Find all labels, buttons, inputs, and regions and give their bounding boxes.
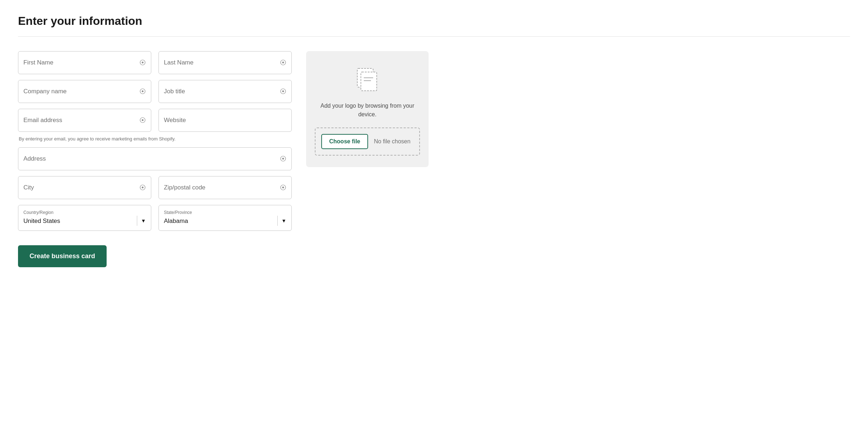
state-select-row: Alabama Alaska Arizona California New Yo… xyxy=(164,216,286,226)
email-wrapper: ⦿ xyxy=(18,109,151,132)
last-name-icon: ⦿ xyxy=(280,59,286,67)
city-icon: ⦿ xyxy=(139,184,146,192)
zip-icon: ⦿ xyxy=(280,184,286,192)
website-input[interactable] xyxy=(164,117,286,124)
section-divider xyxy=(18,36,850,37)
state-chevron-icon: ▼ xyxy=(281,218,286,224)
state-divider xyxy=(277,216,278,226)
state-wrapper: State/Province Alabama Alaska Arizona Ca… xyxy=(158,205,292,231)
job-title-input[interactable] xyxy=(164,88,277,95)
country-select[interactable]: United States Canada United Kingdom xyxy=(23,218,133,224)
email-website-row: ⦿ xyxy=(18,109,292,132)
company-name-input[interactable] xyxy=(23,88,137,95)
no-file-label: No file chosen xyxy=(374,138,410,145)
job-title-wrapper: ⦿ xyxy=(158,80,292,103)
job-title-icon: ⦿ xyxy=(280,88,286,95)
name-row: ⦿ ⦿ xyxy=(18,51,292,74)
company-name-wrapper: ⦿ xyxy=(18,80,151,103)
first-name-input[interactable] xyxy=(23,59,137,66)
form-section: ⦿ ⦿ ⦿ ⦿ ⦿ xyxy=(18,51,292,267)
country-divider xyxy=(137,216,137,226)
city-input[interactable] xyxy=(23,184,137,191)
city-zip-row: ⦿ ⦿ xyxy=(18,176,292,199)
company-jobtitle-row: ⦿ ⦿ xyxy=(18,80,292,103)
page-title: Enter your information xyxy=(18,14,850,28)
website-wrapper xyxy=(158,109,292,132)
address-icon: ⦿ xyxy=(280,155,286,163)
city-wrapper: ⦿ xyxy=(18,176,151,199)
first-name-icon: ⦿ xyxy=(139,59,146,67)
create-business-card-button[interactable]: Create business card xyxy=(18,245,107,267)
last-name-input[interactable] xyxy=(164,59,277,66)
file-upload-area: Choose file No file chosen xyxy=(315,127,420,156)
last-name-wrapper: ⦿ xyxy=(158,51,292,74)
email-input[interactable] xyxy=(23,117,137,124)
country-select-row: United States Canada United Kingdom ▼ xyxy=(23,216,146,226)
address-input[interactable] xyxy=(23,155,277,162)
address-wrapper: ⦿ xyxy=(18,147,292,170)
logo-placeholder-icon xyxy=(353,66,382,94)
logo-icon-container xyxy=(353,66,382,94)
email-icon: ⦿ xyxy=(139,117,146,124)
first-name-wrapper: ⦿ xyxy=(18,51,151,74)
svg-rect-1 xyxy=(361,72,377,91)
state-label: State/Province xyxy=(164,210,286,215)
logo-upload-panel: Add your logo by browsing from your devi… xyxy=(306,51,429,167)
zip-wrapper: ⦿ xyxy=(158,176,292,199)
state-select[interactable]: Alabama Alaska Arizona California New Yo… xyxy=(164,218,274,224)
logo-description: Add your logo by browsing from your devi… xyxy=(315,102,420,119)
company-name-icon: ⦿ xyxy=(139,88,146,95)
country-chevron-icon: ▼ xyxy=(141,218,146,224)
address-row: ⦿ xyxy=(18,147,292,170)
country-state-row: Country/Region United States Canada Unit… xyxy=(18,205,292,231)
country-label: Country/Region xyxy=(23,210,146,215)
choose-file-button[interactable]: Choose file xyxy=(321,134,368,149)
zip-input[interactable] xyxy=(164,184,277,191)
country-wrapper: Country/Region United States Canada Unit… xyxy=(18,205,151,231)
main-layout: ⦿ ⦿ ⦿ ⦿ ⦿ xyxy=(18,51,850,267)
email-note: By entering your email, you agree to rec… xyxy=(18,136,292,142)
